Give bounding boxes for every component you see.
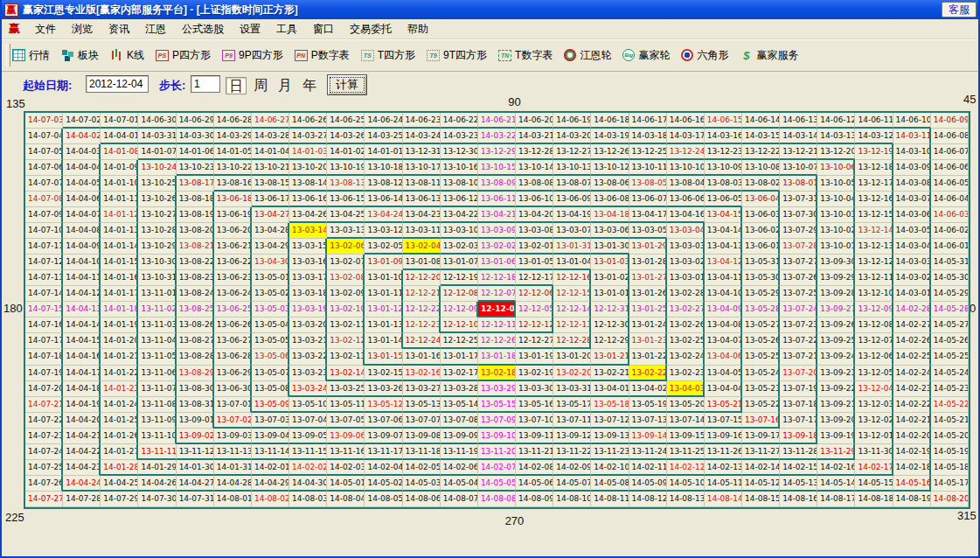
date-cell[interactable]: 14-01-01 (365, 144, 402, 160)
date-cell[interactable]: 13-09-01 (177, 413, 214, 429)
date-cell[interactable]: 13-05-31 (742, 255, 780, 270)
date-cell[interactable]: 13-07-17 (780, 413, 817, 429)
date-cell[interactable]: 14-08-16 (780, 492, 817, 507)
date-cell[interactable]: 14-06-15 (705, 113, 742, 129)
date-cell[interactable]: 14-06-09 (931, 113, 969, 129)
date-cell[interactable]: 13-07-01 (214, 397, 252, 413)
date-cell[interactable]: 14-03-02 (893, 270, 931, 286)
date-cell[interactable]: 14-07-04 (25, 129, 63, 144)
date-cell[interactable]: 12-12-16 (553, 270, 591, 286)
date-cell[interactable]: 13-09-20 (817, 413, 855, 429)
date-cell[interactable]: 14-06-20 (516, 113, 553, 129)
toolbar-p-number-table-button[interactable]: PN P数字表 (295, 48, 350, 63)
date-cell[interactable]: 14-06-10 (893, 113, 931, 129)
date-cell[interactable]: 13-07-10 (516, 413, 553, 429)
date-cell[interactable]: 13-08-24 (177, 286, 214, 302)
date-cell[interactable]: 13-10-28 (138, 223, 176, 239)
date-cell[interactable]: 14-04-13 (63, 302, 101, 317)
date-cell[interactable]: 14-01-29 (138, 460, 176, 476)
date-cell[interactable]: 13-10-07 (780, 160, 817, 176)
date-cell[interactable]: 14-04-14 (63, 317, 101, 333)
date-cell[interactable]: 13-04-06 (705, 349, 742, 365)
date-cell[interactable]: 13-09-03 (214, 429, 252, 444)
menu-item-news[interactable]: 资讯 (101, 20, 137, 38)
date-cell[interactable]: 14-04-19 (63, 397, 101, 413)
date-cell[interactable]: 13-03-09 (478, 223, 516, 239)
date-cell[interactable]: 12-12-31 (591, 302, 629, 317)
date-cell[interactable]: 14-03-23 (441, 129, 478, 144)
date-cell[interactable]: 13-08-28 (177, 349, 214, 365)
date-cell[interactable]: 14-08-12 (629, 492, 667, 507)
date-cell[interactable]: 13-10-03 (817, 207, 855, 223)
date-cell[interactable]: 13-05-24 (742, 366, 780, 381)
date-cell[interactable]: 14-07-12 (25, 255, 63, 270)
date-cell[interactable]: 13-03-24 (289, 381, 327, 397)
date-cell[interactable]: 13-10-15 (478, 160, 516, 176)
date-cell[interactable]: 13-04-02 (629, 381, 667, 397)
date-cell[interactable]: 13-10-18 (365, 160, 402, 176)
date-cell[interactable]: 14-01-12 (101, 207, 138, 223)
date-cell[interactable]: 13-01-18 (478, 349, 516, 365)
highlighted-date-cell[interactable]: 13-02-18 (478, 366, 516, 381)
date-cell[interactable]: 13-01-27 (629, 270, 667, 286)
date-cell[interactable]: 13-10-30 (138, 255, 176, 270)
date-cell[interactable]: 13-09-29 (817, 270, 855, 286)
date-cell[interactable]: 12-12-30 (591, 317, 629, 333)
date-cell[interactable]: 13-11-15 (289, 444, 327, 460)
date-cell[interactable]: 13-04-25 (327, 207, 365, 223)
date-cell[interactable]: 14-04-26 (138, 476, 176, 492)
date-cell[interactable]: 13-12-20 (817, 144, 855, 160)
date-cell[interactable]: 13-11-14 (252, 444, 289, 460)
date-cell[interactable]: 14-02-05 (403, 460, 441, 476)
date-cell[interactable]: 14-02-11 (629, 460, 667, 476)
period-option-day[interactable]: 日 (226, 77, 247, 94)
date-cell[interactable]: 13-10-31 (138, 270, 176, 286)
date-cell[interactable]: 13-01-05 (516, 255, 553, 270)
date-cell[interactable]: 13-10-19 (327, 160, 365, 176)
date-cell[interactable]: 13-11-20 (478, 444, 516, 460)
date-cell[interactable]: 13-08-29 (177, 366, 214, 381)
date-cell[interactable]: 13-06-24 (214, 286, 252, 302)
toolbar-kline-button[interactable]: K线 (110, 48, 144, 63)
date-cell[interactable]: 13-08-27 (177, 333, 214, 349)
menu-item-settings[interactable]: 设置 (232, 20, 268, 38)
date-cell[interactable]: 14-06-30 (138, 113, 176, 129)
date-cell[interactable]: 14-06-18 (591, 113, 629, 129)
date-cell[interactable]: 13-11-06 (138, 366, 176, 381)
date-cell[interactable]: 14-05-26 (931, 333, 969, 349)
highlighted-date-cell[interactable]: 13-02-22 (629, 366, 667, 381)
date-cell[interactable]: 13-10-20 (289, 160, 327, 176)
date-cell[interactable]: 14-02-09 (553, 460, 591, 476)
date-cell[interactable]: 13-01-30 (591, 239, 629, 255)
date-cell[interactable]: 14-08-03 (289, 492, 327, 507)
date-cell[interactable]: 13-05-18 (591, 397, 629, 413)
date-cell[interactable]: 13-05-06 (252, 349, 289, 365)
date-cell[interactable]: 14-07-11 (25, 239, 63, 255)
date-cell[interactable]: 13-01-24 (629, 317, 667, 333)
date-cell[interactable]: 14-07-15 (25, 302, 63, 317)
date-cell[interactable]: 12-12-18 (478, 270, 516, 286)
date-cell[interactable]: 13-07-05 (327, 413, 365, 429)
date-cell[interactable]: 12-12-19 (441, 270, 478, 286)
date-cell[interactable]: 13-11-05 (138, 349, 176, 365)
date-cell[interactable]: 13-03-20 (289, 317, 327, 333)
date-cell[interactable]: 14-01-08 (101, 144, 138, 160)
date-cell[interactable]: 14-06-02 (931, 223, 969, 239)
date-cell[interactable]: 13-01-06 (478, 255, 516, 270)
date-cell[interactable]: 14-04-05 (63, 176, 101, 192)
date-cell[interactable]: 13-11-02 (138, 302, 176, 317)
date-cell[interactable]: 13-12-19 (855, 144, 893, 160)
date-cell[interactable]: 13-10-10 (667, 160, 705, 176)
date-cell[interactable]: 13-04-24 (365, 207, 402, 223)
date-cell[interactable]: 14-02-22 (893, 397, 931, 413)
date-cell[interactable]: 13-05-04 (252, 317, 289, 333)
date-cell[interactable]: 14-08-02 (252, 492, 289, 507)
date-cell[interactable]: 12-12-12 (516, 317, 553, 333)
date-cell[interactable]: 13-12-15 (855, 207, 893, 223)
date-cell[interactable]: 13-01-02 (591, 270, 629, 286)
date-cell[interactable]: 13-02-24 (667, 349, 705, 365)
date-cell[interactable]: 13-03-30 (516, 381, 553, 397)
date-cell[interactable]: 14-01-19 (101, 317, 138, 333)
date-cell[interactable]: 13-07-13 (629, 413, 667, 429)
date-cell[interactable]: 13-12-25 (629, 144, 667, 160)
